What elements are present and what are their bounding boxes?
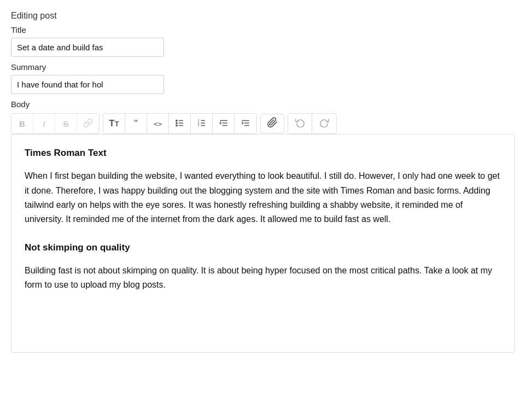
redo-button[interactable] <box>312 114 336 133</box>
editor-paragraph-2: Building fast is not about skimping on q… <box>25 264 501 293</box>
link-button[interactable] <box>77 114 99 133</box>
strikethrough-icon: S <box>63 119 68 129</box>
format-toolbar-group: B I S <box>11 113 100 134</box>
editor-paragraph-1: When I first began building the website,… <box>25 169 501 227</box>
svg-text:3: 3 <box>197 124 199 127</box>
svg-point-3 <box>176 120 177 121</box>
redo-icon <box>319 118 329 130</box>
numbered-list-icon: 1 2 3 <box>197 118 207 130</box>
attachment-icon <box>267 117 278 131</box>
numbered-list-button[interactable]: 1 2 3 <box>191 114 213 133</box>
editing-label: Editing post <box>11 11 515 21</box>
editor-heading-2: Not skimping on quality <box>25 240 501 255</box>
page-container: Editing post Title Summary Body B I S <box>0 0 526 420</box>
toolbar-row: B I S TT " <box>11 113 515 134</box>
svg-point-5 <box>176 125 177 126</box>
undo-button[interactable] <box>288 114 312 133</box>
summary-input[interactable] <box>11 75 164 94</box>
strikethrough-button[interactable]: S <box>55 114 77 133</box>
attachment-button[interactable] <box>260 114 284 133</box>
quote-button[interactable]: " <box>125 114 147 133</box>
indent-button[interactable] <box>235 114 256 133</box>
indent-icon <box>241 118 250 130</box>
link-icon <box>83 118 93 130</box>
quote-icon: " <box>134 118 137 130</box>
title-label: Title <box>11 25 515 34</box>
bold-icon: B <box>19 119 25 129</box>
svg-point-4 <box>176 122 177 123</box>
big-text-icon: TT <box>109 118 119 129</box>
italic-button[interactable]: I <box>33 114 55 133</box>
body-label: Body <box>11 100 515 109</box>
bullet-list-button[interactable] <box>169 114 191 133</box>
outdent-icon <box>219 118 229 130</box>
editor-area[interactable]: Times Roman Text When I first began buil… <box>11 134 515 353</box>
code-icon: <> <box>154 120 162 128</box>
outdent-button[interactable] <box>213 114 235 133</box>
editor-heading-1: Times Roman Text <box>25 145 501 160</box>
summary-label: Summary <box>11 62 515 72</box>
big-text-button[interactable]: TT <box>103 114 125 133</box>
undo-redo-group <box>288 113 337 134</box>
bullet-list-icon <box>175 118 185 130</box>
title-input[interactable] <box>11 38 164 57</box>
code-button[interactable]: <> <box>147 114 169 133</box>
italic-icon: I <box>43 119 45 129</box>
undo-icon <box>295 118 305 130</box>
bold-button[interactable]: B <box>11 114 33 133</box>
text-toolbar-group: TT " <> <box>103 113 257 134</box>
